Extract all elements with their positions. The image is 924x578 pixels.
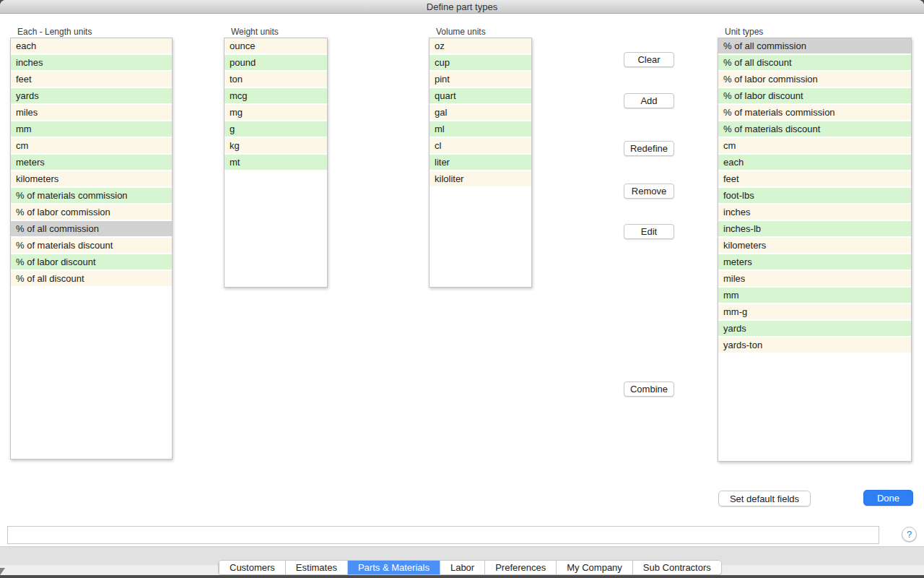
list-item[interactable]: feet	[718, 171, 911, 186]
list-item[interactable]: feet	[11, 72, 172, 87]
list-item[interactable]: yards-ton	[718, 337, 911, 353]
edit-button[interactable]: Edit	[624, 224, 674, 239]
list-item[interactable]: kilometers	[718, 238, 911, 253]
list-item[interactable]: miles	[718, 271, 911, 286]
combine-button[interactable]: Combine	[624, 381, 674, 397]
list-item[interactable]: % of materials discount	[11, 238, 172, 253]
list-item[interactable]: pound	[225, 55, 327, 70]
length-units-list[interactable]: eachinchesfeetyardsmilesmmcmmeterskilome…	[10, 38, 173, 460]
define-part-types-dialog: Define part types Each - Length units ea…	[0, 0, 924, 575]
tab-sub-contractors[interactable]: Sub Contractors	[632, 561, 721, 574]
weight-units-label: Weight units	[231, 27, 279, 37]
question-mark-icon: ?	[907, 529, 912, 540]
list-item[interactable]: mt	[225, 155, 327, 170]
list-item[interactable]: each	[11, 38, 172, 53]
tab-my-company[interactable]: My Company	[556, 561, 632, 574]
list-item[interactable]: quart	[430, 88, 531, 103]
list-item[interactable]: pint	[430, 72, 531, 87]
list-item[interactable]: % of all discount	[718, 55, 911, 70]
list-item[interactable]: each	[718, 155, 911, 170]
list-item[interactable]: cm	[11, 138, 172, 153]
list-item[interactable]: % of labor commission	[11, 204, 172, 220]
list-item[interactable]: meters	[718, 254, 911, 269]
volume-units-list[interactable]: ozcuppintquartgalmlclliterkiloliter	[429, 38, 532, 288]
list-item[interactable]: oz	[430, 38, 531, 53]
list-item[interactable]: foot-lbs	[718, 188, 911, 203]
list-item[interactable]: % of materials commission	[718, 105, 911, 120]
window-title: Define part types	[427, 1, 497, 12]
list-item[interactable]: cm	[718, 138, 911, 153]
list-item[interactable]: inches	[718, 204, 911, 220]
done-button[interactable]: Done	[863, 490, 913, 506]
list-item[interactable]: meters	[11, 155, 172, 170]
list-item[interactable]: cl	[430, 138, 531, 153]
list-item[interactable]: % of all commission	[11, 221, 172, 236]
list-item[interactable]: mm-g	[718, 304, 911, 319]
list-item[interactable]: kg	[225, 138, 327, 153]
list-item[interactable]: ml	[430, 121, 531, 137]
list-item[interactable]: ounce	[225, 38, 327, 53]
tab-parts-materials[interactable]: Parts & Materials	[347, 561, 440, 574]
list-item[interactable]: yards	[718, 321, 911, 336]
list-item[interactable]: mm	[11, 121, 172, 137]
add-button[interactable]: Add	[624, 93, 674, 108]
list-item[interactable]: yards	[11, 88, 172, 103]
set-default-fields-button[interactable]: Set default fields	[718, 491, 811, 506]
list-item[interactable]: liter	[430, 155, 531, 170]
list-item[interactable]: g	[225, 121, 327, 137]
message-input[interactable]	[7, 526, 879, 544]
length-units-label: Each - Length units	[17, 27, 92, 37]
unit-types-list[interactable]: % of all commission% of all discount% of…	[718, 38, 912, 462]
clear-button[interactable]: Clear	[624, 52, 674, 67]
list-item[interactable]: gal	[430, 105, 531, 120]
list-item[interactable]: kilometers	[11, 171, 172, 186]
list-item[interactable]: % of labor discount	[11, 254, 172, 269]
mouse-cursor	[0, 568, 5, 575]
list-item[interactable]: miles	[11, 105, 172, 120]
list-item[interactable]: mcg	[225, 88, 327, 103]
list-item[interactable]: % of labor discount	[718, 88, 911, 103]
list-item[interactable]: % of materials discount	[718, 121, 911, 137]
unit-types-label: Unit types	[725, 27, 763, 37]
list-item[interactable]: ton	[225, 72, 327, 87]
tab-customers[interactable]: Customers	[219, 561, 285, 574]
volume-units-label: Volume units	[436, 27, 486, 37]
list-item[interactable]: cup	[430, 55, 531, 70]
weight-units-list[interactable]: ouncepoundtonmcgmggkgmt	[224, 38, 328, 288]
window-titlebar: Define part types	[0, 0, 924, 14]
list-item[interactable]: inches-lb	[718, 221, 911, 236]
help-button[interactable]: ?	[902, 527, 917, 542]
list-item[interactable]: % of all discount	[11, 271, 172, 286]
list-item[interactable]: kiloliter	[430, 171, 531, 186]
list-item[interactable]: mg	[225, 105, 327, 120]
tab-bar: CustomersEstimatesParts & MaterialsLabor…	[218, 560, 722, 575]
list-item[interactable]: % of materials commission	[11, 188, 172, 203]
list-item[interactable]: % of labor commission	[718, 72, 911, 87]
list-item[interactable]: mm	[718, 288, 911, 303]
redefine-button[interactable]: Redefine	[624, 141, 674, 156]
remove-button[interactable]: Remove	[624, 184, 674, 199]
list-item[interactable]: % of all commission	[718, 38, 911, 53]
list-item[interactable]: inches	[11, 55, 172, 70]
tab-estimates[interactable]: Estimates	[285, 561, 347, 574]
tab-preferences[interactable]: Preferences	[484, 561, 556, 574]
tab-labor[interactable]: Labor	[440, 561, 484, 574]
